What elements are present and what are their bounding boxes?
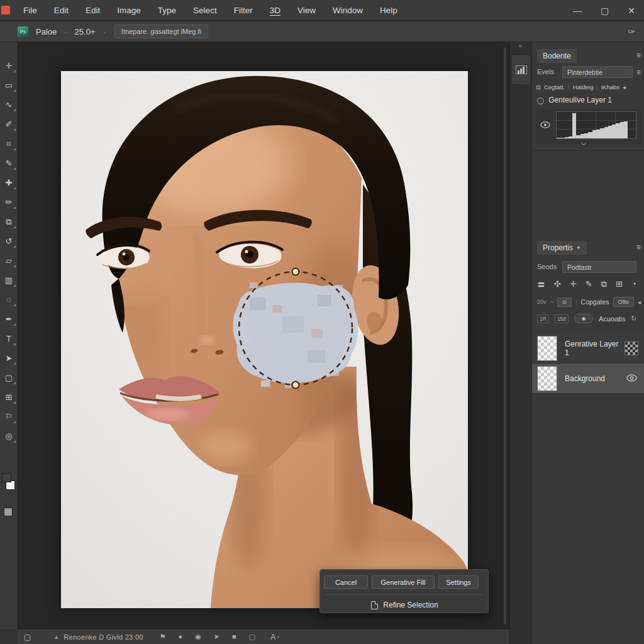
hand-tool-icon[interactable]: ⚐: [0, 407, 18, 426]
menu-item-view[interactable]: View: [297, 6, 316, 15]
caret-icon[interactable]: ◂: [638, 299, 641, 306]
flag-icon[interactable]: ⚑: [160, 633, 166, 641]
history-clock-icon[interactable]: ◔: [631, 279, 636, 291]
menu-items: FileEditEditImageTypeSelectFilter3DViewW…: [23, 6, 397, 15]
menu-item-window[interactable]: Window: [333, 6, 363, 15]
refresh-icon[interactable]: ↻: [631, 314, 636, 323]
options-settings-icon[interactable]: ✑: [628, 26, 635, 36]
artboard-tool-icon[interactable]: ⊞: [0, 387, 18, 407]
eyedropper-tool-icon[interactable]: ✎: [0, 153, 18, 173]
layer-row-background[interactable]: Background: [532, 364, 644, 394]
menu-item-image[interactable]: Image: [117, 6, 141, 15]
layer-name: Genrative Layer 1: [565, 340, 625, 357]
anchor-icon[interactable]: ✣: [554, 279, 561, 291]
opacity-value: 20v: [537, 299, 547, 305]
canvas-scrollbar[interactable]: [504, 47, 506, 625]
tools-panel: ✛▭∿✐⌗✎✚✏⧉↺▱▥◌✒T➤▢⊞⚐◎: [0, 42, 18, 629]
eraser-tool-icon[interactable]: ▱: [0, 251, 18, 270]
adjustment-layer-toggle[interactable]: ◯ Genteulive Layer 1: [537, 96, 612, 104]
quick-mask-swatch[interactable]: [4, 508, 13, 516]
refine-selection-button[interactable]: Refine Selection: [320, 599, 489, 611]
quick-selection-tool-icon[interactable]: ✐: [0, 114, 18, 134]
healing-brush-tool-icon[interactable]: ✚: [0, 173, 18, 192]
stamp-icon[interactable]: ⧉: [601, 279, 607, 291]
panel-menu-icon[interactable]: ≡: [636, 51, 641, 60]
type-tool-icon[interactable]: T: [0, 329, 18, 348]
histogram-handle-icon[interactable]: ◡: [581, 139, 586, 145]
clone-stamp-tool-icon[interactable]: ⧉: [0, 212, 18, 231]
path-selection-tool-icon[interactable]: ➤: [0, 348, 18, 368]
layer-visibility-eye-icon[interactable]: [626, 374, 637, 383]
levels-preset-dropdown[interactable]: Pinterdebtie: [562, 66, 633, 78]
menu-item-file[interactable]: File: [23, 6, 37, 15]
maximize-button[interactable]: ▢: [601, 6, 609, 16]
gradient-tool-icon[interactable]: ▥: [0, 270, 18, 290]
pen-tool-icon[interactable]: ✒: [0, 309, 18, 329]
properties-dropdown[interactable]: Podtastr: [562, 261, 636, 273]
tab-adjustments[interactable]: Bodente: [537, 49, 577, 63]
square-outline-icon[interactable]: ▢: [249, 633, 255, 641]
cancel-button[interactable]: Cancel: [324, 575, 368, 589]
status-square-icon[interactable]: ▢: [24, 633, 31, 641]
chip-1[interactable]: 1R: [537, 314, 549, 323]
menu-item-edit[interactable]: Edit: [54, 6, 69, 15]
lasso-tool-icon[interactable]: ∿: [0, 95, 18, 114]
status-letter[interactable]: A: [270, 633, 275, 641]
target-icon[interactable]: ◉: [195, 633, 201, 641]
levels-histogram-chart[interactable]: [556, 111, 636, 139]
menu-item-help[interactable]: Help: [380, 6, 397, 15]
blur-tool-icon[interactable]: ◌: [0, 290, 18, 309]
blend-mode-select[interactable]: O8o: [613, 297, 634, 307]
histogram-icon: [516, 65, 527, 74]
layer-mask-icon[interactable]: [625, 341, 638, 355]
layout-icon[interactable]: ⊞: [616, 279, 623, 291]
menu-item-3d[interactable]: 3D: [270, 6, 280, 15]
document-canvas[interactable]: [61, 71, 468, 608]
cursor-icon[interactable]: ➤: [214, 633, 219, 641]
layer-thumbnail[interactable]: [537, 336, 557, 361]
rectangle-tool-icon[interactable]: ▢: [0, 368, 18, 387]
transform-icon[interactable]: ✛: [570, 279, 577, 291]
panel-menu-icon[interactable]: ≡: [636, 68, 641, 77]
separator-dot: ·: [64, 27, 67, 36]
minimize-button[interactable]: —: [573, 6, 582, 16]
zoom-tool-icon[interactable]: ◎: [0, 426, 18, 446]
dot-icon[interactable]: ●: [179, 633, 183, 641]
layer-row-generative[interactable]: Genrative Layer 1: [532, 333, 644, 364]
square-filled-icon[interactable]: ■: [232, 633, 236, 641]
chip-2[interactable]: 158: [555, 314, 569, 323]
adjust-button-3[interactable]: iKhabs: [601, 84, 619, 91]
tab-properties[interactable]: Propertis ✦: [537, 241, 587, 255]
visibility-eye-icon[interactable]: [540, 121, 550, 130]
brush-tool-icon[interactable]: ✏: [0, 192, 18, 212]
menu-item-type[interactable]: Type: [158, 6, 176, 15]
history-brush-tool-icon[interactable]: ↺: [0, 231, 18, 251]
panel-menu-icon[interactable]: ≡: [636, 243, 641, 252]
generative-fill-button[interactable]: Generative Fill: [372, 575, 435, 589]
refine-page-icon: [371, 601, 378, 609]
foreground-color-swatch[interactable]: [2, 473, 11, 482]
menu-item-select[interactable]: Select: [193, 6, 217, 15]
caret-icon[interactable]: ◂: [623, 84, 626, 91]
crop-tool-icon[interactable]: ⌗: [0, 134, 18, 153]
move-tool-icon[interactable]: ✛: [0, 56, 18, 75]
tool-preset-field[interactable]: Itnepare. gasattegt lMeg.fi: [114, 25, 208, 38]
menu-item-edit[interactable]: Edit: [86, 6, 100, 15]
status-bar: ▢ ▲ Renoenke D Givld 23:00 ⚑●◉➤■▢ A x: [0, 629, 509, 644]
menu-item-filter[interactable]: Filter: [234, 6, 253, 15]
adjustment-layer-name: Genteulive Layer 1: [548, 96, 612, 104]
close-button[interactable]: ✕: [628, 6, 635, 16]
opacity-button[interactable]: ⊡: [557, 297, 572, 307]
edit-pen-icon[interactable]: ✎: [586, 279, 592, 291]
settings-button[interactable]: Settings: [438, 575, 479, 589]
toggle-circle-icon: ◯: [537, 97, 544, 104]
marquee-tool-icon[interactable]: ▭: [0, 75, 18, 95]
document-info[interactable]: Renoenke D Givld 23:00: [64, 633, 143, 641]
record-pill-button[interactable]: ◉: [574, 314, 593, 323]
panel-dock: [509, 42, 531, 644]
adjust-button-2[interactable]: Hatdeig: [573, 84, 594, 91]
layer-thumbnail[interactable]: [537, 366, 557, 391]
histogram-panel-button[interactable]: [512, 55, 530, 84]
adjust-button-1[interactable]: Cegtatt.: [544, 84, 565, 91]
align-icon[interactable]: 〓: [537, 279, 545, 291]
